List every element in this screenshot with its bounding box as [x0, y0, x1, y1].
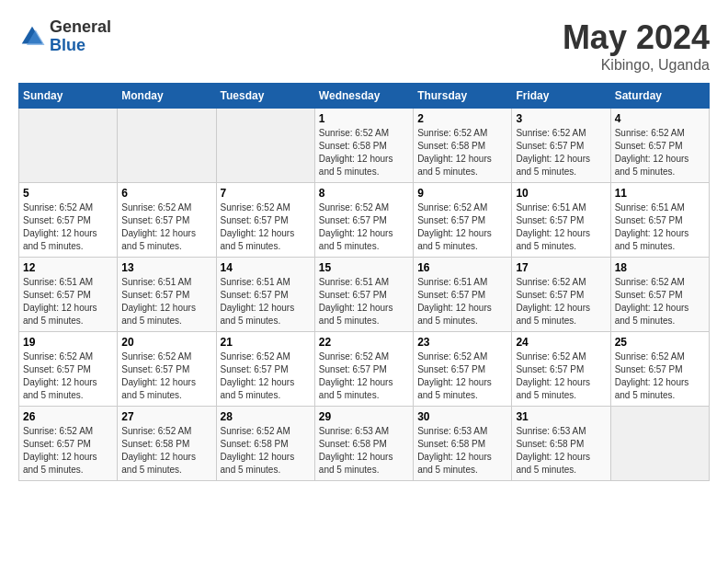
day-number: 7: [221, 187, 311, 200]
day-number: 24: [516, 336, 606, 349]
sunset-text: Sunset: 6:58 PM: [221, 439, 289, 449]
daylight-text: Daylight: 12 hours and 5 minutes.: [615, 154, 689, 177]
sunrise-text: Sunrise: 6:53 AM: [516, 426, 586, 436]
sunrise-text: Sunrise: 6:51 AM: [615, 202, 685, 213]
day-number: 20: [121, 336, 211, 349]
sunset-text: Sunset: 6:57 PM: [516, 290, 584, 300]
sunset-text: Sunset: 6:58 PM: [516, 439, 584, 449]
sunset-text: Sunset: 6:57 PM: [23, 364, 91, 374]
sunrise-text: Sunrise: 6:52 AM: [23, 202, 93, 213]
sunrise-text: Sunrise: 6:52 AM: [121, 351, 191, 362]
day-number: 14: [221, 261, 311, 274]
day-info: Sunrise: 6:51 AM Sunset: 6:57 PM Dayligh…: [23, 276, 113, 327]
day-info: Sunrise: 6:51 AM Sunset: 6:57 PM Dayligh…: [516, 201, 606, 253]
daylight-text: Daylight: 12 hours and 5 minutes.: [319, 154, 393, 177]
sunset-text: Sunset: 6:57 PM: [615, 141, 683, 151]
sunset-text: Sunset: 6:57 PM: [319, 215, 387, 225]
calendar-day-cell: 10 Sunrise: 6:51 AM Sunset: 6:57 PM Dayl…: [512, 183, 610, 258]
calendar-header-cell: Thursday: [414, 84, 512, 109]
daylight-text: Daylight: 12 hours and 5 minutes.: [319, 452, 393, 475]
title-block: May 2024 Kibingo, Uganda: [563, 18, 710, 74]
daylight-text: Daylight: 12 hours and 5 minutes.: [417, 377, 492, 400]
sunrise-text: Sunrise: 6:52 AM: [417, 351, 487, 362]
sunrise-text: Sunrise: 6:52 AM: [319, 128, 389, 138]
sunrise-text: Sunrise: 6:52 AM: [615, 128, 685, 138]
sunrise-text: Sunrise: 6:52 AM: [221, 202, 290, 213]
sunset-text: Sunset: 6:57 PM: [221, 290, 289, 300]
calendar-day-cell: 25 Sunrise: 6:52 AM Sunset: 6:57 PM Dayl…: [610, 332, 709, 407]
calendar-table: SundayMondayTuesdayWednesdayThursdayFrid…: [18, 83, 710, 481]
day-info: Sunrise: 6:52 AM Sunset: 6:57 PM Dayligh…: [516, 127, 606, 178]
daylight-text: Daylight: 12 hours and 5 minutes.: [615, 228, 689, 251]
day-info: Sunrise: 6:52 AM Sunset: 6:57 PM Dayligh…: [615, 350, 705, 402]
day-info: Sunrise: 6:52 AM Sunset: 6:57 PM Dayligh…: [417, 201, 507, 253]
daylight-text: Daylight: 12 hours and 5 minutes.: [23, 303, 97, 326]
calendar-header-cell: Wednesday: [314, 84, 413, 109]
calendar-day-cell: 28 Sunrise: 6:52 AM Sunset: 6:58 PM Dayl…: [216, 407, 314, 481]
day-number: 9: [417, 187, 507, 200]
sunset-text: Sunset: 6:57 PM: [121, 215, 189, 225]
day-info: Sunrise: 6:53 AM Sunset: 6:58 PM Dayligh…: [516, 425, 606, 477]
daylight-text: Daylight: 12 hours and 5 minutes.: [121, 452, 196, 475]
calendar-header-cell: Sunday: [19, 84, 118, 109]
day-number: 13: [121, 261, 211, 274]
calendar-week-row: 12 Sunrise: 6:51 AM Sunset: 6:57 PM Dayl…: [19, 258, 710, 332]
day-info: Sunrise: 6:52 AM Sunset: 6:57 PM Dayligh…: [516, 350, 606, 402]
day-number: 18: [615, 261, 705, 274]
daylight-text: Daylight: 12 hours and 5 minutes.: [121, 377, 196, 400]
calendar-header-cell: Tuesday: [216, 84, 314, 109]
sunrise-text: Sunrise: 6:52 AM: [417, 202, 487, 213]
day-info: Sunrise: 6:52 AM Sunset: 6:57 PM Dayligh…: [615, 276, 705, 327]
calendar-week-row: 1 Sunrise: 6:52 AM Sunset: 6:58 PM Dayli…: [19, 109, 710, 183]
day-number: 26: [23, 410, 113, 423]
sunrise-text: Sunrise: 6:52 AM: [121, 202, 191, 213]
sunrise-text: Sunrise: 6:52 AM: [23, 426, 93, 436]
calendar-week-row: 19 Sunrise: 6:52 AM Sunset: 6:57 PM Dayl…: [19, 332, 710, 407]
daylight-text: Daylight: 12 hours and 5 minutes.: [23, 228, 97, 251]
sunset-text: Sunset: 6:58 PM: [417, 141, 485, 151]
calendar-day-cell: 12 Sunrise: 6:51 AM Sunset: 6:57 PM Dayl…: [19, 258, 118, 332]
daylight-text: Daylight: 12 hours and 5 minutes.: [121, 303, 196, 326]
sunrise-text: Sunrise: 6:51 AM: [417, 277, 487, 287]
sunset-text: Sunset: 6:57 PM: [121, 364, 189, 374]
day-number: 6: [121, 187, 211, 200]
daylight-text: Daylight: 12 hours and 5 minutes.: [417, 154, 492, 177]
calendar-day-cell: [118, 109, 216, 183]
sunrise-text: Sunrise: 6:52 AM: [417, 128, 487, 138]
daylight-text: Daylight: 12 hours and 5 minutes.: [417, 452, 492, 475]
calendar-day-cell: 15 Sunrise: 6:51 AM Sunset: 6:57 PM Dayl…: [314, 258, 413, 332]
sunset-text: Sunset: 6:57 PM: [221, 215, 289, 225]
day-info: Sunrise: 6:52 AM Sunset: 6:57 PM Dayligh…: [23, 425, 113, 477]
day-number: 16: [417, 261, 507, 274]
day-info: Sunrise: 6:52 AM Sunset: 6:57 PM Dayligh…: [23, 350, 113, 402]
day-number: 12: [23, 261, 113, 274]
daylight-text: Daylight: 12 hours and 5 minutes.: [417, 228, 492, 251]
sunset-text: Sunset: 6:57 PM: [615, 290, 683, 300]
calendar-day-cell: 24 Sunrise: 6:52 AM Sunset: 6:57 PM Dayl…: [512, 332, 610, 407]
day-number: 11: [615, 187, 705, 200]
calendar-week-row: 26 Sunrise: 6:52 AM Sunset: 6:57 PM Dayl…: [19, 407, 710, 481]
calendar-day-cell: 23 Sunrise: 6:52 AM Sunset: 6:57 PM Dayl…: [414, 332, 512, 407]
day-info: Sunrise: 6:52 AM Sunset: 6:57 PM Dayligh…: [516, 276, 606, 327]
day-info: Sunrise: 6:52 AM Sunset: 6:57 PM Dayligh…: [615, 127, 705, 178]
sunset-text: Sunset: 6:58 PM: [417, 439, 485, 449]
sunrise-text: Sunrise: 6:52 AM: [319, 351, 389, 362]
sunrise-text: Sunrise: 6:52 AM: [121, 426, 191, 436]
sunrise-text: Sunrise: 6:52 AM: [516, 128, 586, 138]
day-number: 27: [121, 410, 211, 423]
daylight-text: Daylight: 12 hours and 5 minutes.: [319, 377, 393, 400]
daylight-text: Daylight: 12 hours and 5 minutes.: [516, 452, 590, 475]
day-number: 4: [615, 112, 705, 125]
sunrise-text: Sunrise: 6:53 AM: [417, 426, 487, 436]
day-info: Sunrise: 6:51 AM Sunset: 6:57 PM Dayligh…: [319, 276, 409, 327]
calendar-day-cell: 8 Sunrise: 6:52 AM Sunset: 6:57 PM Dayli…: [314, 183, 413, 258]
calendar-header-cell: Saturday: [610, 84, 709, 109]
day-info: Sunrise: 6:52 AM Sunset: 6:57 PM Dayligh…: [319, 201, 409, 253]
day-number: 22: [319, 336, 409, 349]
calendar-day-cell: 18 Sunrise: 6:52 AM Sunset: 6:57 PM Dayl…: [610, 258, 709, 332]
day-info: Sunrise: 6:52 AM Sunset: 6:58 PM Dayligh…: [319, 127, 409, 178]
daylight-text: Daylight: 12 hours and 5 minutes.: [221, 303, 295, 326]
day-number: 5: [23, 187, 113, 200]
calendar-day-cell: 19 Sunrise: 6:52 AM Sunset: 6:57 PM Dayl…: [19, 332, 118, 407]
day-number: 8: [319, 187, 409, 200]
